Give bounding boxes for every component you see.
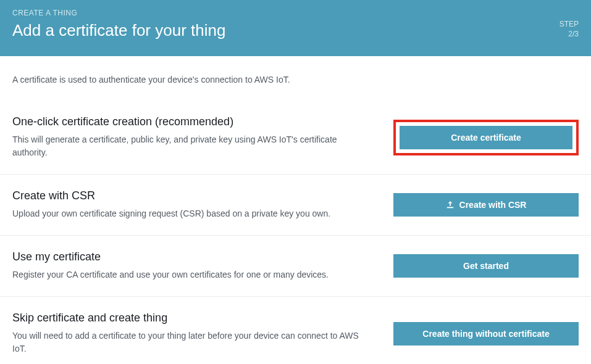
option-action: Create thing without certificate [393,322,579,345]
option-action: Create certificate [393,120,579,155]
step-value: 2/3 [560,30,579,39]
button-label: Create with CSR [459,200,527,210]
option-title: Skip certificate and create thing [12,312,369,325]
option-desc: This will generate a certificate, public… [12,133,369,159]
option-one-click: One-click certificate creation (recommen… [0,101,591,175]
header-left: CREATE A THING Add a certificate for you… [12,9,560,40]
button-label: Get started [463,261,509,271]
option-csr: Create with CSR Upload your own certific… [0,175,591,236]
option-text: Use my certificate Register your CA cert… [12,250,393,281]
option-title: Use my certificate [12,250,369,263]
breadcrumb: CREATE A THING [12,9,560,17]
highlight-annotation: Create certificate [393,120,579,155]
option-action: Create with CSR [393,193,579,217]
upload-icon [446,201,455,209]
option-desc: You will need to add a certificate to yo… [12,329,369,355]
get-started-button[interactable]: Get started [393,254,579,278]
intro-text: A certificate is used to authenticate yo… [0,56,591,101]
page-title: Add a certificate for your thing [12,21,560,40]
option-text: Create with CSR Upload your own certific… [12,189,393,220]
option-my-certificate: Use my certificate Register your CA cert… [0,236,591,297]
create-without-certificate-button[interactable]: Create thing without certificate [393,322,579,345]
option-title: One-click certificate creation (recommen… [12,115,369,128]
button-label: Create thing without certificate [422,329,549,339]
create-with-csr-button[interactable]: Create with CSR [393,193,579,217]
page-header: CREATE A THING Add a certificate for you… [0,0,591,56]
option-text: Skip certificate and create thing You wi… [12,312,393,355]
option-desc: Register your CA certificate and use you… [12,268,369,281]
step-indicator: STEP 2/3 [560,20,579,39]
option-text: One-click certificate creation (recommen… [12,115,393,159]
content: A certificate is used to authenticate yo… [0,56,591,364]
option-title: Create with CSR [12,189,369,202]
button-label: Create certificate [451,133,521,143]
option-action: Get started [393,254,579,278]
step-label: STEP [560,20,579,30]
create-certificate-button[interactable]: Create certificate [400,126,572,149]
option-desc: Upload your own certificate signing requ… [12,207,369,220]
option-skip: Skip certificate and create thing You wi… [0,297,591,364]
